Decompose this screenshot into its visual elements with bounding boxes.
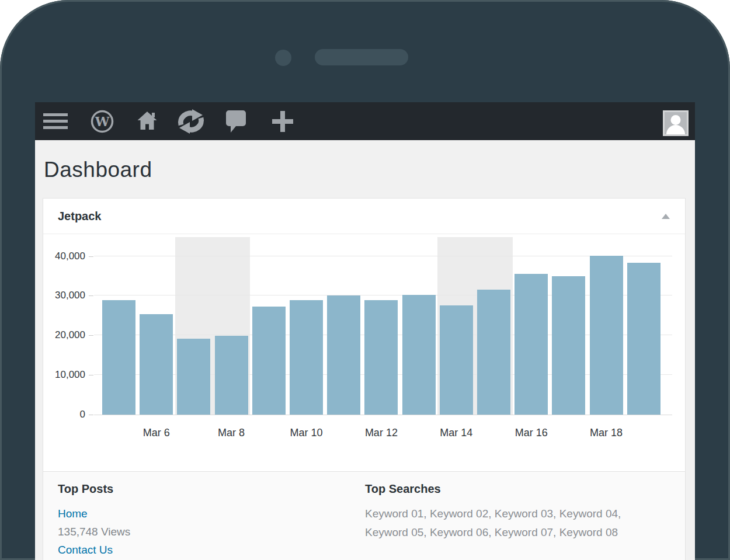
- svg-text:W: W: [95, 113, 110, 128]
- chart-bar[interactable]: [252, 307, 286, 415]
- x-axis-label: Mar 10: [279, 427, 335, 439]
- chart-bar[interactable]: [477, 290, 510, 415]
- gridline: [94, 256, 672, 256]
- front-camera-dot: [275, 50, 291, 66]
- top-searches-line: Keyword 05, Keyword 06, Keyword 07, Keyw…: [365, 523, 685, 542]
- jetpack-widget-footer: Top Posts Home 135,748 Views Contact Us …: [43, 471, 685, 560]
- new-content-button[interactable]: [270, 102, 296, 140]
- y-axis-tick: [89, 295, 93, 296]
- chart-bar[interactable]: [290, 300, 323, 415]
- updates-icon: [175, 109, 207, 134]
- y-axis-tick: [89, 375, 93, 375]
- top-searches-heading: Top Searches: [365, 482, 685, 496]
- jetpack-widget: Jetpack 010,00020,00030,00040,000Mar 6Ma…: [43, 198, 686, 560]
- chart-bar[interactable]: [215, 336, 248, 415]
- screenshot-canvas: W: [0, 0, 730, 560]
- chart-bar[interactable]: [402, 295, 436, 415]
- chart-bar[interactable]: [177, 339, 210, 415]
- avatar-person-icon: [665, 112, 687, 134]
- y-axis-tick: [89, 415, 93, 415]
- chart-bar[interactable]: [627, 263, 661, 415]
- y-axis-label: 20,000: [43, 329, 85, 341]
- device-screen: W: [35, 102, 695, 560]
- gridline: [94, 295, 672, 295]
- menu-icon: [43, 113, 68, 129]
- x-axis-label: Mar 12: [353, 427, 409, 439]
- new-content-icon: [270, 109, 296, 134]
- comments-button[interactable]: [226, 102, 246, 140]
- updates-button[interactable]: [175, 102, 207, 140]
- menu-button[interactable]: [43, 102, 68, 140]
- chart-bar[interactable]: [515, 274, 548, 415]
- top-post-link-contact-us[interactable]: Contact Us: [58, 541, 365, 559]
- chart-bar[interactable]: [327, 295, 360, 415]
- wordpress-logo-icon: W: [91, 110, 114, 133]
- wp-admin-bar: W: [35, 102, 695, 140]
- top-post-views: 135,748 Views: [58, 523, 365, 541]
- jetpack-widget-header: Jetpack: [43, 199, 685, 234]
- chart-bar[interactable]: [364, 300, 398, 415]
- page-title: Dashboard: [44, 158, 152, 182]
- chart-bar[interactable]: [440, 305, 473, 415]
- jetpack-widget-title: Jetpack: [58, 210, 102, 223]
- x-axis-label: Mar 16: [503, 427, 559, 439]
- top-searches-line: Keyword 01, Keyword 02, Keyword 03, Keyw…: [365, 505, 685, 523]
- chart-bar[interactable]: [140, 314, 173, 415]
- y-axis-label: 30,000: [43, 290, 85, 301]
- top-searches-section: Top Searches Keyword 01, Keyword 02, Key…: [365, 472, 685, 560]
- chart-bar[interactable]: [552, 276, 585, 415]
- collapse-triangle-icon[interactable]: [662, 214, 670, 219]
- top-posts-heading: Top Posts: [58, 482, 365, 496]
- top-posts-section: Top Posts Home 135,748 Views Contact Us: [43, 472, 365, 560]
- x-axis-label: Mar 8: [203, 427, 259, 439]
- y-axis-label: 0: [43, 409, 85, 420]
- tablet-device-frame: W: [0, 0, 730, 560]
- y-axis-label: 10,000: [43, 369, 85, 381]
- comments-icon: [226, 110, 246, 133]
- y-axis-tick: [89, 335, 93, 336]
- stats-chart-plot: [94, 237, 672, 415]
- y-axis-tick: [89, 256, 93, 257]
- y-axis-label: 40,000: [43, 251, 85, 262]
- dashboard-page: Dashboard Jetpack 010,00020,00030,00040,…: [35, 140, 695, 560]
- home-icon: [135, 110, 159, 133]
- x-axis-label: Mar 18: [578, 427, 634, 439]
- speaker-grille: [315, 49, 408, 65]
- user-avatar[interactable]: [663, 110, 689, 136]
- site-home-button[interactable]: [135, 102, 159, 140]
- x-axis-label: Mar 14: [428, 427, 484, 439]
- wordpress-logo-button[interactable]: W: [91, 102, 114, 140]
- chart-bar[interactable]: [590, 256, 623, 415]
- stats-chart: 010,00020,00030,00040,000Mar 6Mar 8Mar 1…: [43, 234, 685, 471]
- chart-bar[interactable]: [102, 300, 135, 415]
- top-post-link-home[interactable]: Home: [58, 505, 365, 523]
- x-axis-label: Mar 6: [128, 427, 185, 439]
